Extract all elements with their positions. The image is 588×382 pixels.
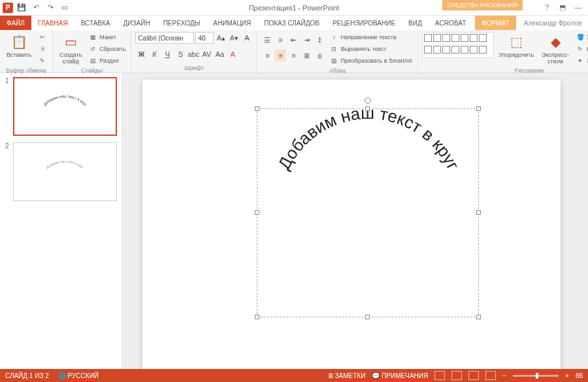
italic-button[interactable]: К: [148, 48, 160, 60]
resize-handle-bl[interactable]: [255, 315, 259, 319]
ribbon-display-icon[interactable]: ⬒: [558, 3, 567, 12]
quick-styles-button[interactable]: ◆ Экспресс- стили: [539, 32, 572, 66]
tab-format[interactable]: ФОРМАТ: [475, 16, 515, 30]
shapes-gallery[interactable]: [422, 32, 494, 58]
slideshow-view-button[interactable]: [485, 371, 496, 380]
align-text-button[interactable]: ⊟Выровнять текст: [328, 44, 413, 54]
resize-handle-br[interactable]: [476, 315, 481, 319]
reset-button[interactable]: ↺Сбросить: [87, 44, 127, 54]
zoom-level[interactable]: 86: [576, 372, 583, 379]
resize-handle-ml[interactable]: [255, 210, 259, 215]
tab-transitions[interactable]: ПЕРЕХОДЫ: [157, 16, 207, 30]
reading-view-button[interactable]: [468, 371, 479, 380]
tab-design[interactable]: ДИЗАЙН: [117, 16, 157, 30]
zoom-out-button[interactable]: −: [502, 372, 506, 379]
thumbnail-item[interactable]: 1 Добавим наш текст в круг: [5, 77, 117, 136]
numbering-button[interactable]: ≡: [274, 34, 286, 46]
tab-view[interactable]: ВИД: [402, 16, 429, 30]
brush-icon: ✎: [38, 57, 47, 64]
shape-fill-button[interactable]: 🪣Заливка фигуры: [574, 32, 588, 42]
format-painter-button[interactable]: ✎: [37, 56, 48, 66]
thumbnail-item[interactable]: 2 Добавим наш текст в круг: [5, 142, 117, 201]
thumbnail-slide-1[interactable]: Добавим наш текст в круг: [13, 77, 117, 136]
selected-textbox[interactable]: Добавим наш текст в круг: [257, 108, 479, 317]
font-color-button[interactable]: A: [227, 48, 238, 60]
slide-canvas[interactable]: Добавим наш текст в круг: [123, 73, 588, 369]
normal-view-button[interactable]: [434, 371, 445, 380]
resize-handle-tr[interactable]: [476, 106, 481, 111]
window-title: Презентация1 - PowerPoint: [249, 4, 340, 12]
tab-review[interactable]: РЕЦЕНЗИРОВАНИЕ: [326, 16, 402, 30]
change-case-button[interactable]: Aa: [214, 48, 225, 60]
tab-slideshow[interactable]: ПОКАЗ СЛАЙДОВ: [257, 16, 326, 30]
shadow-button[interactable]: S: [174, 48, 186, 60]
svg-text:Добавим наш текст в круг: Добавим наш текст в круг: [274, 109, 463, 173]
copy-button[interactable]: ⎘: [37, 44, 48, 54]
zoom-slider[interactable]: [513, 375, 559, 377]
effects-icon: ✦: [576, 57, 585, 64]
shape-effects-button[interactable]: ✦Эффекты фигуры: [574, 56, 588, 66]
zoom-in-button[interactable]: +: [565, 372, 569, 379]
fill-icon: 🪣: [576, 34, 585, 40]
justify-button[interactable]: ≣: [301, 50, 312, 61]
cut-button[interactable]: ✂: [37, 32, 48, 42]
font-size-select[interactable]: 40: [195, 32, 214, 44]
tab-file[interactable]: ФАЙЛ: [0, 16, 31, 30]
group-paragraph: ☰ ≡ ⇤ ⇥ ‡ ≡ ≡ ≡ ≣ ⫼ ↕Направление текста …: [257, 30, 417, 72]
comments-button[interactable]: 💬 ПРИМЕЧАНИЯ: [372, 372, 428, 379]
bullets-button[interactable]: ☰: [261, 34, 273, 46]
shape-outline-button[interactable]: ✎Контур фигуры: [574, 44, 588, 54]
resize-handle-tm[interactable]: [365, 106, 370, 111]
text-direction-button[interactable]: ↕Направление текста: [328, 32, 413, 42]
convert-smartart-button[interactable]: ▧Преобразовать в SmartArt: [328, 56, 413, 66]
decrease-font-icon[interactable]: A▾: [228, 32, 240, 44]
bold-button[interactable]: Ж: [135, 48, 147, 60]
paste-button[interactable]: 📋 Вставить: [4, 32, 34, 59]
columns-button[interactable]: ⫼: [314, 50, 325, 61]
resize-handle-mr[interactable]: [476, 210, 481, 215]
thumbnail-slide-2[interactable]: Добавим наш текст в круг: [13, 142, 117, 201]
help-icon[interactable]: ?: [542, 3, 551, 12]
arrange-button[interactable]: ⬚ Упорядочить: [497, 32, 537, 59]
notes-button[interactable]: ≣ ЗАМЕТКИ: [328, 372, 366, 379]
resize-handle-bm[interactable]: [365, 315, 370, 319]
slide-counter: СЛАЙД 1 ИЗ 2: [5, 372, 49, 379]
strike-button[interactable]: abc: [188, 48, 199, 60]
tab-acrobat[interactable]: ACROBAT: [429, 16, 473, 30]
thumbnail-panel: 1 Добавим наш текст в круг 2 Добавим наш…: [0, 73, 123, 369]
align-right-button[interactable]: ≡: [287, 50, 299, 61]
increase-indent-button[interactable]: ⇥: [301, 34, 312, 46]
group-label-clipboard: Буфер обмена: [4, 66, 48, 75]
save-icon[interactable]: 💾: [16, 2, 27, 14]
clear-format-icon[interactable]: A̶: [241, 32, 253, 44]
tab-insert[interactable]: ВСТАВКА: [74, 16, 117, 30]
resize-handle-tl[interactable]: [255, 106, 259, 111]
align-left-button[interactable]: ≡: [261, 50, 273, 61]
tab-home[interactable]: ГЛАВНАЯ: [31, 16, 74, 30]
new-slide-button[interactable]: ▭ Создать слайд: [57, 32, 84, 66]
align-center-button[interactable]: ≡: [274, 50, 286, 61]
char-spacing-button[interactable]: AV: [201, 48, 212, 60]
minimize-icon[interactable]: —: [574, 3, 583, 12]
arrange-icon: ⬚: [508, 33, 525, 50]
undo-icon[interactable]: ↶: [30, 2, 42, 14]
rotate-handle[interactable]: [365, 97, 371, 104]
sorter-view-button[interactable]: [451, 371, 462, 380]
section-button[interactable]: ▤Раздел: [87, 56, 127, 66]
tab-animations[interactable]: АНИМАЦИЯ: [206, 16, 257, 30]
quick-styles-icon: ◆: [547, 33, 564, 50]
new-slide-icon: ▭: [62, 33, 79, 50]
redo-icon[interactable]: ↷: [44, 2, 56, 14]
language-indicator[interactable]: 🌐 РУССКИЙ: [58, 372, 99, 379]
slide[interactable]: Добавим наш текст в круг: [142, 80, 561, 369]
thumbnail-number: 1: [5, 77, 10, 136]
decrease-indent-button[interactable]: ⇤: [287, 34, 299, 46]
line-spacing-button[interactable]: ‡: [314, 34, 325, 46]
layout-icon: ▦: [88, 34, 97, 40]
underline-button[interactable]: Ч: [161, 48, 173, 60]
increase-font-icon[interactable]: A▴: [215, 32, 227, 44]
group-slides: ▭ Создать слайд ▦Макет ↺Сбросить ▤Раздел…: [53, 30, 131, 72]
start-from-beginning-icon[interactable]: ▭: [59, 2, 71, 14]
layout-button[interactable]: ▦Макет: [87, 32, 127, 42]
font-name-select[interactable]: Calibri (Основн: [135, 32, 194, 44]
